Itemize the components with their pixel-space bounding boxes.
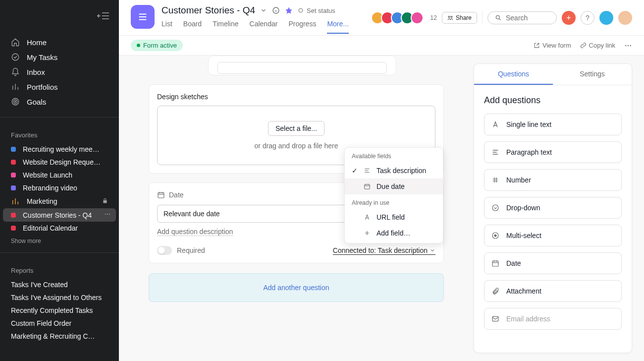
- favorite-item[interactable]: Editorial Calendar: [0, 222, 119, 235]
- help-button[interactable]: ?: [581, 11, 594, 25]
- bell-icon: [11, 67, 20, 76]
- tab-settings[interactable]: Settings: [553, 64, 632, 85]
- para-icon: [491, 148, 500, 156]
- member-avatars[interactable]: [371, 11, 424, 24]
- form-active-pill[interactable]: Form active: [131, 40, 183, 51]
- tab-more[interactable]: More...: [327, 20, 349, 34]
- svg-point-11: [496, 15, 499, 19]
- svg-point-0: [12, 54, 19, 60]
- sidebar-top: [0, 0, 119, 32]
- favorite-label: Website Design Reque…: [23, 158, 108, 166]
- primary-nav: HomeMy TasksInboxPortfoliosGoals: [0, 32, 119, 112]
- favorite-item[interactable]: Marketing: [0, 194, 119, 208]
- question-type-attach[interactable]: Attachment: [484, 280, 622, 302]
- sidebar-item-goals[interactable]: Goals: [0, 94, 119, 109]
- show-more[interactable]: Show more: [0, 235, 119, 247]
- text-a-icon: [364, 214, 372, 221]
- project-icon: [131, 5, 155, 29]
- add-description-link[interactable]: Add question description: [157, 228, 233, 236]
- topbar: Customer Stories - Q4 Set status ListBoa…: [119, 0, 644, 36]
- search-input[interactable]: Search: [487, 11, 557, 24]
- chevron-down-icon[interactable]: [260, 7, 267, 14]
- avatar[interactable]: [411, 11, 424, 24]
- create-button[interactable]: +: [562, 11, 576, 25]
- sidebar-item-portfolios[interactable]: Portfolios: [0, 79, 119, 94]
- tab-list[interactable]: List: [161, 20, 172, 34]
- connected-to-dropdown[interactable]: Connected to: Task description: [333, 246, 435, 255]
- view-form-link[interactable]: View form: [534, 42, 571, 49]
- question-type-number[interactable]: Number: [484, 169, 622, 191]
- target-icon: [11, 97, 20, 106]
- question-type-label: Number: [506, 176, 531, 184]
- favorite-item[interactable]: Rebranding video: [0, 181, 119, 194]
- required-toggle[interactable]: [157, 246, 172, 255]
- set-status[interactable]: Set status: [298, 7, 335, 14]
- sidebar-item-tasks[interactable]: My Tasks: [0, 50, 119, 64]
- sidebar-item-label: Portfolios: [27, 83, 58, 91]
- question-type-multi[interactable]: Multi-select: [484, 225, 622, 246]
- tab-questions[interactable]: Questions: [474, 64, 553, 85]
- previous-question-card: [208, 56, 396, 75]
- sidebar: HomeMy TasksInboxPortfoliosGoals Favorit…: [0, 0, 119, 361]
- copy-link[interactable]: Copy link: [580, 42, 615, 49]
- plus-icon: [364, 230, 372, 237]
- bars-icon: [11, 82, 20, 91]
- more-icon[interactable]: [624, 42, 632, 50]
- question-type-single[interactable]: Single line text: [484, 114, 622, 135]
- email-icon: [491, 315, 500, 323]
- popup-item-add-field[interactable]: Add field…: [345, 225, 443, 241]
- question-type-dropdown[interactable]: Drop-down: [484, 197, 622, 219]
- favorite-item[interactable]: Website Design Reque…: [0, 156, 119, 169]
- svg-point-14: [630, 45, 631, 46]
- report-item[interactable]: Recently Completed Tasks: [0, 304, 119, 317]
- question-type-label: Single line text: [506, 120, 551, 128]
- question-type-label: Multi-select: [506, 232, 541, 240]
- question-type-email: Email address: [484, 308, 622, 330]
- favorite-label: Rebranding video: [23, 184, 108, 192]
- tab-board[interactable]: Board: [183, 20, 202, 34]
- member-count: 12: [430, 14, 437, 21]
- tab-progress[interactable]: Progress: [288, 20, 316, 34]
- svg-point-5: [107, 214, 108, 215]
- popup-header-available: Available fields: [345, 148, 443, 163]
- report-item[interactable]: Tasks I've Created: [0, 278, 119, 291]
- color-dot: [11, 147, 16, 152]
- required-label: Required: [177, 246, 205, 254]
- more-icon[interactable]: [104, 211, 111, 219]
- share-button[interactable]: Share: [442, 12, 477, 24]
- report-item[interactable]: Tasks I've Assigned to Others: [0, 291, 119, 304]
- favorite-item[interactable]: Website Launch: [0, 169, 119, 181]
- form-builder-column: Design sketches Select a file... or drag…: [119, 56, 474, 361]
- star-icon[interactable]: [285, 6, 293, 14]
- user-avatar[interactable]: [618, 11, 632, 25]
- svg-point-9: [448, 16, 450, 18]
- tab-calendar[interactable]: Calendar: [250, 20, 278, 34]
- info-icon[interactable]: [272, 6, 280, 14]
- report-item[interactable]: Custom Field Order: [0, 317, 119, 330]
- svg-rect-15: [158, 192, 164, 198]
- popup-item-task-description[interactable]: ✓ Task description: [345, 163, 443, 179]
- tab-timeline[interactable]: Timeline: [213, 20, 238, 34]
- svg-point-6: [109, 214, 110, 215]
- svg-point-12: [625, 45, 626, 46]
- sidebar-item-label: Home: [27, 38, 47, 47]
- add-another-question[interactable]: Add another question: [149, 273, 444, 302]
- popup-item-due-date[interactable]: Due date: [345, 179, 443, 194]
- select-file-button[interactable]: Select a file...: [268, 121, 324, 136]
- favorite-item[interactable]: Customer Stories - Q4: [3, 208, 116, 222]
- favorite-label: Customer Stories - Q4: [23, 211, 97, 219]
- sidebar-item-inbox[interactable]: Inbox: [0, 64, 119, 79]
- report-item[interactable]: Marketing & Recruiting C…: [0, 330, 119, 343]
- question-type-para[interactable]: Paragraph text: [484, 141, 622, 163]
- collapse-sidebar-icon[interactable]: [97, 11, 110, 21]
- question-type-date[interactable]: Date: [484, 252, 622, 274]
- question-type-label: Email address: [506, 315, 550, 323]
- sidebar-item-home[interactable]: Home: [0, 35, 119, 50]
- svg-point-10: [451, 16, 452, 18]
- popup-item-url-field[interactable]: URL field: [345, 209, 443, 225]
- favorite-item[interactable]: Recruiting weekly mee…: [0, 143, 119, 156]
- svg-point-1: [12, 98, 19, 105]
- question-type-label: Attachment: [506, 287, 541, 295]
- org-avatar[interactable]: [599, 11, 613, 25]
- reports-header: Reports: [0, 258, 119, 278]
